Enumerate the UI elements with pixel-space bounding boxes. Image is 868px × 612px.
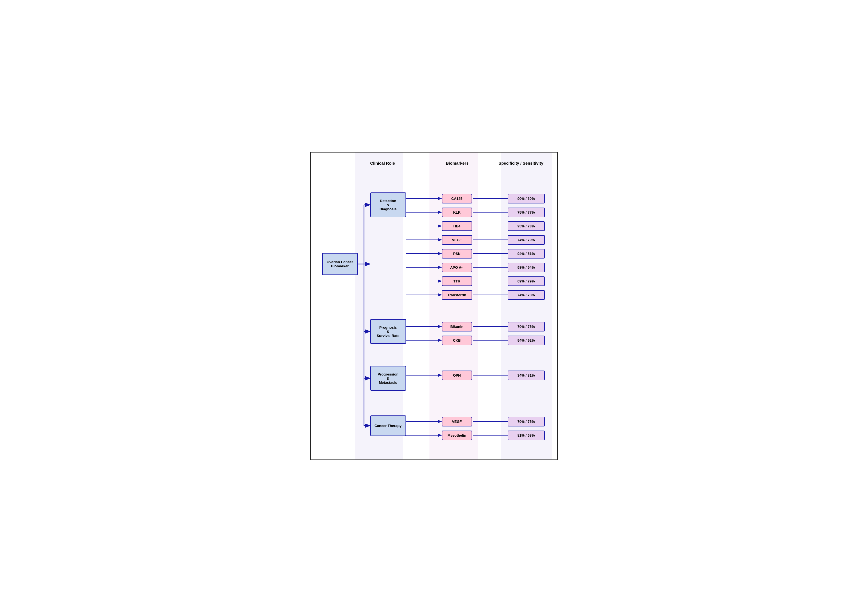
biomarker-he4: HE4 xyxy=(442,222,472,231)
spec-vegf-therapy: 70% / 75% xyxy=(508,417,545,426)
biomarker-klk: KLK xyxy=(442,208,472,217)
detection-diagnosis-box: Detection & Diagnosis xyxy=(370,192,406,217)
biomarker-ckb: CKB xyxy=(442,336,472,345)
spec-apo-ai: 98% / 94% xyxy=(508,263,545,272)
progression-metastasis-box: Progression & Metastasis xyxy=(370,366,406,390)
biomarker-ttr: TTR xyxy=(442,276,472,286)
biomarker-vegf: VEGF xyxy=(442,235,472,245)
biomarker-ca125: CA125 xyxy=(442,194,472,203)
connector-lines xyxy=(316,176,552,451)
spec-psn: 94% / 51% xyxy=(508,249,545,259)
prognosis-survival-box: Prognosis & Survival Rate xyxy=(370,319,406,344)
header-biomarkers: Biomarkers xyxy=(446,161,469,166)
biomarker-transferrin: Transferrin xyxy=(442,290,472,300)
header-clinical-role: Clinical Role xyxy=(370,161,395,166)
diagram-container: Clinical Role Biomarkers Specificity / S… xyxy=(310,152,558,460)
biomarker-bikunin: Bikunin xyxy=(442,322,472,332)
spec-klk: 75% / 77% xyxy=(508,208,545,217)
biomarker-apo-ai: APO A-I xyxy=(442,263,472,272)
spec-he4: 95% / 73% xyxy=(508,222,545,231)
spec-ttr: 69% / 79% xyxy=(508,276,545,286)
ovarian-cancer-biomarker-box: Ovarian Cancer Biomarker xyxy=(322,253,358,275)
main-content: Ovarian Cancer Biomarker Detection & Dia… xyxy=(316,176,552,451)
spec-ca125: 90% / 60% xyxy=(508,194,545,203)
spec-ckb: 94% / 92% xyxy=(508,336,545,345)
biomarker-vegf-therapy: VEGF xyxy=(442,417,472,426)
spec-opn: 34% / 81% xyxy=(508,370,545,380)
spec-bikunin: 70% / 75% xyxy=(508,322,545,332)
cancer-therapy-box: Cancer Therapy xyxy=(370,415,406,436)
biomarker-opn: OPN xyxy=(442,370,472,380)
spec-vegf: 74% / 79% xyxy=(508,235,545,245)
biomarker-psn: PSN xyxy=(442,249,472,259)
biomarker-mesothelin: Mesothelin xyxy=(442,431,472,440)
spec-mesothelin: 81% / 68% xyxy=(508,431,545,440)
header-specificity-sensitivity: Specificity / Sensitivity xyxy=(499,161,543,166)
spec-transferrin: 74% / 73% xyxy=(508,290,545,300)
